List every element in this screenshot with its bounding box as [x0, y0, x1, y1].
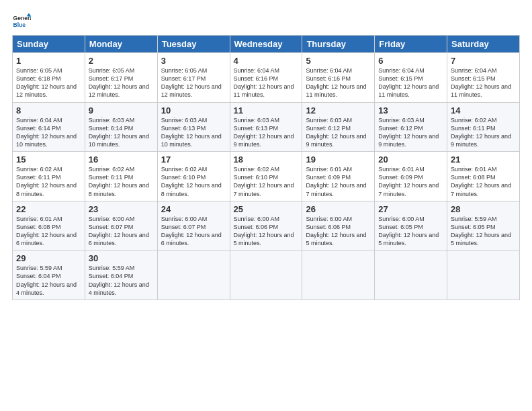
day-info: Sunrise: 6:01 AMSunset: 6:08 PMDaylight:…: [451, 165, 516, 198]
day-cell: 16Sunrise: 6:02 AMSunset: 6:11 PMDayligh…: [85, 152, 157, 201]
day-info: Sunrise: 6:01 AMSunset: 6:09 PMDaylight:…: [378, 165, 443, 198]
week-row-4: 22Sunrise: 6:01 AMSunset: 6:08 PMDayligh…: [13, 201, 520, 250]
day-number: 15: [16, 154, 81, 165]
day-info: Sunrise: 6:05 AMSunset: 6:17 PMDaylight:…: [161, 66, 226, 99]
day-header-sunday: Sunday: [13, 36, 85, 53]
week-row-1: 1Sunrise: 6:05 AMSunset: 6:18 PMDaylight…: [13, 53, 520, 103]
day-number: 1: [16, 56, 81, 66]
day-info: Sunrise: 6:03 AMSunset: 6:13 PMDaylight:…: [161, 116, 226, 149]
logo-icon: General Blue: [12, 12, 31, 31]
day-number: 12: [306, 105, 371, 116]
day-cell: 21Sunrise: 6:01 AMSunset: 6:08 PMDayligh…: [447, 152, 520, 201]
main-container: General Blue SundayMondayTuesdayWednesda…: [0, 0, 532, 307]
day-info: Sunrise: 6:04 AMSunset: 6:14 PMDaylight:…: [16, 116, 81, 149]
day-header-friday: Friday: [375, 36, 447, 53]
logo: General Blue: [12, 12, 34, 31]
day-cell: 9Sunrise: 6:03 AMSunset: 6:14 PMDaylight…: [85, 102, 157, 152]
day-cell: 20Sunrise: 6:01 AMSunset: 6:09 PMDayligh…: [375, 152, 447, 201]
day-cell: 28Sunrise: 5:59 AMSunset: 6:05 PMDayligh…: [447, 201, 520, 250]
day-number: 13: [378, 105, 443, 116]
day-info: Sunrise: 6:05 AMSunset: 6:18 PMDaylight:…: [16, 66, 81, 99]
day-info: Sunrise: 6:04 AMSunset: 6:16 PMDaylight:…: [234, 66, 299, 99]
day-cell: 8Sunrise: 6:04 AMSunset: 6:14 PMDaylight…: [13, 102, 85, 152]
day-cell: 7Sunrise: 6:04 AMSunset: 6:15 PMDaylight…: [447, 53, 520, 103]
day-number: 8: [16, 105, 81, 116]
day-cell: 13Sunrise: 6:03 AMSunset: 6:12 PMDayligh…: [375, 102, 447, 152]
day-number: 9: [89, 105, 154, 116]
day-cell: 14Sunrise: 6:02 AMSunset: 6:11 PMDayligh…: [447, 102, 520, 152]
day-number: 4: [234, 56, 299, 66]
day-info: Sunrise: 6:04 AMSunset: 6:15 PMDaylight:…: [451, 66, 516, 99]
day-cell: 5Sunrise: 6:04 AMSunset: 6:16 PMDaylight…: [302, 53, 375, 103]
day-cell: 18Sunrise: 6:02 AMSunset: 6:10 PMDayligh…: [230, 152, 302, 201]
day-cell: 19Sunrise: 6:01 AMSunset: 6:09 PMDayligh…: [302, 152, 375, 201]
day-info: Sunrise: 6:05 AMSunset: 6:17 PMDaylight:…: [89, 66, 154, 99]
day-cell: [447, 250, 520, 300]
day-number: 17: [161, 154, 226, 165]
day-info: Sunrise: 6:02 AMSunset: 6:11 PMDaylight:…: [89, 165, 154, 198]
week-row-2: 8Sunrise: 6:04 AMSunset: 6:14 PMDaylight…: [13, 102, 520, 152]
day-number: 28: [451, 204, 516, 214]
day-number: 21: [451, 154, 516, 165]
day-number: 14: [451, 105, 516, 116]
day-cell: 12Sunrise: 6:03 AMSunset: 6:12 PMDayligh…: [302, 102, 375, 152]
day-info: Sunrise: 6:00 AMSunset: 6:05 PMDaylight:…: [378, 215, 443, 248]
day-number: 19: [306, 154, 371, 165]
day-cell: 4Sunrise: 6:04 AMSunset: 6:16 PMDaylight…: [230, 53, 302, 103]
day-info: Sunrise: 6:04 AMSunset: 6:15 PMDaylight:…: [378, 66, 443, 99]
svg-text:Blue: Blue: [13, 21, 26, 28]
day-number: 22: [16, 204, 81, 214]
day-info: Sunrise: 6:00 AMSunset: 6:07 PMDaylight:…: [89, 215, 154, 248]
day-cell: 30Sunrise: 5:59 AMSunset: 6:04 PMDayligh…: [85, 250, 157, 300]
day-info: Sunrise: 6:00 AMSunset: 6:07 PMDaylight:…: [161, 215, 226, 248]
day-number: 16: [89, 154, 154, 165]
day-cell: [157, 250, 230, 300]
day-cell: 11Sunrise: 6:03 AMSunset: 6:13 PMDayligh…: [230, 102, 302, 152]
day-cell: 2Sunrise: 6:05 AMSunset: 6:17 PMDaylight…: [85, 53, 157, 103]
day-info: Sunrise: 5:59 AMSunset: 6:05 PMDaylight:…: [451, 215, 516, 248]
day-cell: 15Sunrise: 6:02 AMSunset: 6:11 PMDayligh…: [13, 152, 85, 201]
day-info: Sunrise: 6:02 AMSunset: 6:10 PMDaylight:…: [234, 165, 299, 198]
day-cell: 22Sunrise: 6:01 AMSunset: 6:08 PMDayligh…: [13, 201, 85, 250]
day-number: 27: [378, 204, 443, 214]
day-info: Sunrise: 6:02 AMSunset: 6:11 PMDaylight:…: [16, 165, 81, 198]
header-row: General Blue: [12, 12, 520, 31]
day-number: 25: [234, 204, 299, 214]
day-number: 11: [234, 105, 299, 116]
day-info: Sunrise: 6:03 AMSunset: 6:13 PMDaylight:…: [234, 116, 299, 149]
day-header-monday: Monday: [85, 36, 157, 53]
calendar-table: SundayMondayTuesdayWednesdayThursdayFrid…: [12, 35, 520, 300]
day-number: 3: [161, 56, 226, 66]
day-cell: 6Sunrise: 6:04 AMSunset: 6:15 PMDaylight…: [375, 53, 447, 103]
day-cell: [302, 250, 375, 300]
day-info: Sunrise: 5:59 AMSunset: 6:04 PMDaylight:…: [89, 264, 154, 297]
day-info: Sunrise: 6:01 AMSunset: 6:08 PMDaylight:…: [16, 215, 81, 248]
day-cell: 10Sunrise: 6:03 AMSunset: 6:13 PMDayligh…: [157, 102, 230, 152]
day-cell: 27Sunrise: 6:00 AMSunset: 6:05 PMDayligh…: [375, 201, 447, 250]
day-cell: 3Sunrise: 6:05 AMSunset: 6:17 PMDaylight…: [157, 53, 230, 103]
day-cell: 17Sunrise: 6:02 AMSunset: 6:10 PMDayligh…: [157, 152, 230, 201]
day-number: 23: [89, 204, 154, 214]
day-number: 5: [306, 56, 371, 66]
day-info: Sunrise: 6:00 AMSunset: 6:06 PMDaylight:…: [306, 215, 371, 248]
day-cell: 25Sunrise: 6:00 AMSunset: 6:06 PMDayligh…: [230, 201, 302, 250]
day-info: Sunrise: 6:02 AMSunset: 6:11 PMDaylight:…: [451, 116, 516, 149]
day-cell: 23Sunrise: 6:00 AMSunset: 6:07 PMDayligh…: [85, 201, 157, 250]
day-info: Sunrise: 6:01 AMSunset: 6:09 PMDaylight:…: [306, 165, 371, 198]
day-info: Sunrise: 6:03 AMSunset: 6:14 PMDaylight:…: [89, 116, 154, 149]
day-number: 10: [161, 105, 226, 116]
day-cell: [375, 250, 447, 300]
day-cell: 29Sunrise: 5:59 AMSunset: 6:04 PMDayligh…: [13, 250, 85, 300]
day-info: Sunrise: 6:02 AMSunset: 6:10 PMDaylight:…: [161, 165, 226, 198]
day-number: 2: [89, 56, 154, 66]
day-cell: 1Sunrise: 6:05 AMSunset: 6:18 PMDaylight…: [13, 53, 85, 103]
day-cell: 24Sunrise: 6:00 AMSunset: 6:07 PMDayligh…: [157, 201, 230, 250]
day-header-thursday: Thursday: [302, 36, 375, 53]
day-number: 20: [378, 154, 443, 165]
week-row-3: 15Sunrise: 6:02 AMSunset: 6:11 PMDayligh…: [13, 152, 520, 201]
day-info: Sunrise: 6:00 AMSunset: 6:06 PMDaylight:…: [234, 215, 299, 248]
day-cell: [230, 250, 302, 300]
day-info: Sunrise: 6:04 AMSunset: 6:16 PMDaylight:…: [306, 66, 371, 99]
day-info: Sunrise: 6:03 AMSunset: 6:12 PMDaylight:…: [378, 116, 443, 149]
day-number: 30: [89, 253, 154, 263]
